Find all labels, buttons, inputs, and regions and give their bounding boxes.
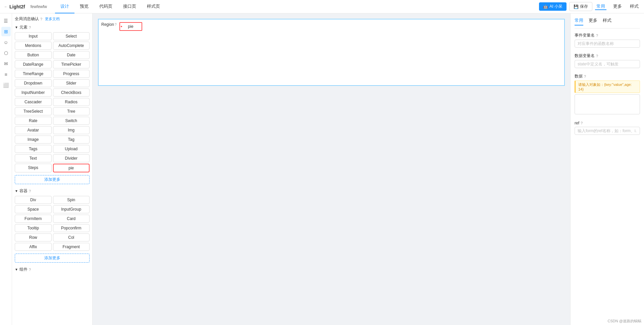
containers-help-icon[interactable]: ? [29,189,31,193]
side-icons-panel: ☰ ⊞ ☺ ⬡ ✉ ≡ ⬜ [0,13,12,325]
tab-api[interactable]: 接口页 [118,0,142,13]
pie-item-label: pie [128,24,133,29]
data-var-input[interactable] [575,60,640,68]
containers-grid: Div Spin Space InputGroup FormItem Card … [15,196,90,251]
element-radios[interactable]: Radios [53,98,90,106]
more-docs-link[interactable]: 更多文档 [45,16,60,21]
element-tag[interactable]: Tag [53,136,90,144]
footer-text: CSDN @迷路的蜗蜗 [608,319,641,323]
container-card[interactable]: Card [53,215,90,223]
canvas-pie-item[interactable]: pie [119,22,142,31]
sidebar-icon-component[interactable]: ⬡ [1,48,11,58]
element-timerange[interactable]: TimeRange [15,70,52,78]
element-upload[interactable]: Upload [53,145,90,153]
ai-btn-label: AI 小呆 [549,4,562,9]
add-more-elements-button[interactable]: 添加更多 [15,175,90,184]
element-img[interactable]: Img [53,126,90,134]
element-steps[interactable]: Steps [15,164,52,172]
element-dropdown[interactable]: Dropdown [15,79,52,87]
event-var-input[interactable] [575,40,640,48]
ai-button[interactable]: 🤖 AI 小呆 [539,2,567,11]
container-formitem[interactable]: FormItem [15,215,52,223]
main-layout: ☰ ⊞ ☺ ⬡ ✉ ≡ ⬜ 全局消息确认 ? 更多文档 ▼ 元素 ? Input… [0,13,644,325]
elements-collapse-icon[interactable]: ▼ [15,25,18,29]
tab-style[interactable]: 样式页 [142,0,165,13]
element-cascader[interactable]: Cascader [15,98,52,106]
right-panel: 常用 更多 样式 事件变量名 ? 数据变量名 ? 数据 ? [570,13,644,325]
container-row[interactable]: Row [15,233,52,241]
element-tree[interactable]: Tree [53,107,90,115]
element-date[interactable]: Date [53,51,90,59]
ref-help-icon[interactable]: ? [581,121,583,125]
tab-design[interactable]: 设计 [55,0,74,13]
canvas-inner: Region ? pie [98,19,565,86]
element-treeselect[interactable]: TreeSelect [15,107,52,115]
event-var-help-icon[interactable]: ? [596,34,598,38]
element-input[interactable]: Input [15,32,52,40]
element-text[interactable]: Text [15,154,52,162]
tab-code[interactable]: 代码页 [94,0,118,13]
sidebar-icon-user[interactable]: ☺ [1,38,11,47]
save-icon: 💾 [574,4,579,9]
elements-section-header: ▼ 元素 ? [15,24,90,30]
element-inputnumber[interactable]: InputNumber [15,89,52,97]
elements-section-title: 元素 [19,24,28,30]
element-mentions[interactable]: Mentions [15,42,52,50]
logo[interactable]: ← Light2f [4,4,25,9]
element-autocomplete[interactable]: AutoComplete [53,42,90,50]
container-fragment[interactable]: Fragment [53,243,90,251]
container-div[interactable]: Div [15,196,52,204]
container-tooltip[interactable]: Tooltip [15,224,52,232]
element-progress[interactable]: Progress [53,70,90,78]
data-help-icon[interactable]: ? [584,74,586,78]
container-popconfirm[interactable]: Popconfirm [53,224,90,232]
element-switch[interactable]: Switch [53,117,90,125]
element-tags[interactable]: Tags [15,145,52,153]
tab-preview[interactable]: 预览 [74,0,94,13]
element-rate[interactable]: Rate [15,117,52,125]
ref-input[interactable] [575,127,640,135]
sidebar-icon-menu[interactable]: ☰ [1,16,11,25]
container-space[interactable]: Space [15,205,52,213]
container-spin[interactable]: Spin [53,196,90,204]
element-image[interactable]: Image [15,136,52,144]
elements-help-icon[interactable]: ? [29,25,31,30]
element-timepicker[interactable]: TimePicker [53,60,90,68]
element-slider[interactable]: Slider [53,79,90,87]
containers-collapse-icon[interactable]: ▼ [15,189,18,193]
container-col[interactable]: Col [53,233,90,241]
components-help-icon[interactable]: ? [29,268,31,272]
element-button[interactable]: Button [15,51,52,59]
components-collapse-icon[interactable]: ▼ [15,268,18,271]
element-daterange[interactable]: DateRange [15,60,52,68]
add-more-containers-button[interactable]: 添加更多 [15,254,90,263]
global-help-icon[interactable]: ? [40,17,42,21]
save-button[interactable]: 💾 保存 [569,2,592,11]
element-avatar[interactable]: Avatar [15,126,52,134]
sidebar-icon-box[interactable]: ⬜ [1,80,11,90]
element-divider[interactable]: Divider [53,154,90,162]
element-pie[interactable]: pie [53,164,90,172]
element-select[interactable]: Select [53,32,90,40]
rpanel-tab-style[interactable]: 样式 [603,17,611,25]
rpanel-tab-common[interactable]: 常用 [575,17,583,25]
ai-icon: 🤖 [543,4,548,9]
container-inputgroup[interactable]: InputGroup [53,205,90,213]
region-help-icon[interactable]: ? [115,23,117,26]
canvas-region: Region ? pie [99,19,564,34]
data-textarea[interactable] [575,94,640,114]
sidebar-icon-list[interactable]: ≡ [1,70,11,79]
element-checkboxs[interactable]: CheckBoxs [53,89,90,97]
rpanel-tab-more[interactable]: 更多 [589,17,597,25]
rpanel-tab-common[interactable]: 常用 [595,3,606,10]
global-msg-label: 全局消息确认 [15,16,39,22]
elements-grid: Input Select Mentions AutoComplete Butto… [15,32,90,172]
sidebar-icon-grid[interactable]: ⊞ [1,27,11,36]
sidebar-icon-message[interactable]: ✉ [1,59,11,68]
back-icon[interactable]: ← [4,4,8,9]
data-var-help-icon[interactable]: ? [596,54,598,58]
container-affix[interactable]: Affix [15,243,52,251]
rpanel-tab-style[interactable]: 样式 [629,3,640,10]
rpanel-tab-more[interactable]: 更多 [612,3,623,10]
pie-item-dot [121,26,122,27]
